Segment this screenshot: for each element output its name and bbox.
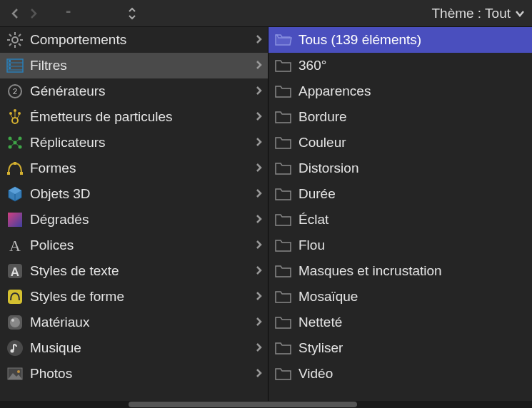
browser-columns: Comportements Filtres 2 Générateurs Émet… (0, 27, 532, 401)
subcategory-label: Tous (139 éléments) (298, 32, 526, 48)
back-button[interactable] (7, 6, 23, 21)
chevron-right-icon (256, 109, 262, 125)
horizontal-scrollbar[interactable] (0, 401, 532, 408)
subcategory-item[interactable]: Flou (268, 233, 532, 258)
category-item[interactable]: Musique (0, 335, 268, 361)
category-item[interactable]: Matériaux (0, 310, 268, 335)
svg-line-7 (9, 44, 11, 46)
chevron-right-icon (256, 238, 262, 253)
category-label: Émetteurs de particules (30, 109, 250, 125)
svg-point-19 (9, 112, 12, 115)
subcategory-item[interactable]: Netteté (268, 310, 532, 335)
subcategory-label: Vidéo (298, 366, 526, 382)
svg-rect-40 (8, 213, 22, 227)
material-icon (6, 313, 24, 332)
category-item[interactable]: Photos (0, 361, 268, 387)
category-label: Objets 3D (30, 186, 250, 202)
subcategory-item[interactable]: Distorsion (268, 155, 532, 181)
svg-text:A: A (11, 265, 19, 279)
sort-stepper[interactable] (128, 7, 136, 20)
svg-line-23 (11, 115, 13, 118)
chevron-right-icon (256, 315, 262, 330)
svg-point-18 (12, 118, 18, 123)
chevron-right-icon (256, 212, 262, 228)
subcategory-item[interactable]: Couleur (268, 130, 532, 155)
category-item[interactable]: A Polices (0, 233, 268, 258)
subcategory-label: Bordure (298, 109, 526, 125)
svg-rect-15 (9, 67, 11, 69)
category-item[interactable]: A Styles de texte (0, 258, 268, 284)
cube3d-icon (6, 185, 24, 203)
subcategory-column[interactable]: Tous (139 éléments) 360° Apparences Bord… (268, 27, 532, 401)
category-item[interactable]: Émetteurs de particules (0, 104, 268, 130)
folder-icon (274, 236, 293, 255)
chevron-right-icon (256, 340, 262, 356)
subcategory-item[interactable]: Durée (268, 181, 532, 207)
category-label: Dégradés (30, 212, 250, 228)
folder-icon (274, 108, 293, 126)
emitter-icon (6, 108, 24, 126)
subcategory-label: Durée (298, 186, 526, 202)
subcategory-item[interactable]: Bordure (268, 104, 532, 130)
category-item[interactable]: Formes (0, 155, 268, 181)
folder-icon (274, 31, 293, 49)
chevron-down-icon (515, 10, 525, 17)
replicator-icon (6, 133, 24, 152)
theme-label: Thème : Tout (431, 6, 511, 21)
folder-icon (274, 210, 293, 229)
svg-line-24 (17, 115, 19, 118)
chevron-right-icon (256, 160, 262, 176)
svg-line-32 (10, 143, 15, 147)
gradient-icon (6, 210, 24, 229)
category-item[interactable]: 2 Générateurs (0, 78, 268, 104)
folder-icon (274, 56, 293, 75)
subcategory-label: Couleur (298, 135, 526, 151)
subcategory-item[interactable]: 360° (268, 53, 532, 78)
subcategory-item[interactable]: Tous (139 éléments) (268, 27, 532, 53)
theme-dropdown[interactable]: Thème : Tout (431, 6, 525, 21)
chevron-right-icon (256, 58, 262, 73)
category-column[interactable]: Comportements Filtres 2 Générateurs Émet… (0, 27, 268, 401)
svg-line-6 (19, 44, 21, 46)
category-label: Matériaux (30, 315, 250, 330)
svg-point-52 (17, 370, 20, 373)
svg-rect-34 (7, 172, 10, 175)
textstyle-icon: A (6, 262, 24, 280)
svg-point-49 (11, 350, 14, 353)
filter-icon (6, 56, 24, 75)
subcategory-item[interactable]: Mosaïque (268, 284, 532, 310)
scrollbar-thumb[interactable] (129, 402, 357, 407)
subcategory-label: Apparences (298, 83, 526, 99)
gear-icon (6, 31, 24, 49)
category-label: Styles de forme (30, 289, 250, 305)
svg-point-47 (11, 319, 14, 322)
category-label: Comportements (30, 32, 250, 48)
category-item[interactable]: Styles de forme (0, 284, 268, 310)
chevron-right-icon (256, 83, 262, 99)
category-item[interactable]: Dégradés (0, 207, 268, 233)
folder-icon (274, 262, 293, 280)
subcategory-item[interactable]: Apparences (268, 78, 532, 104)
folder-icon (274, 364, 293, 383)
folder-icon (274, 185, 293, 203)
category-label: Générateurs (30, 83, 250, 99)
category-label: Polices (30, 238, 250, 253)
category-item[interactable]: Réplicateurs (0, 130, 268, 155)
svg-text:2: 2 (13, 87, 17, 96)
category-item[interactable]: Filtres (0, 53, 268, 78)
chevron-right-icon (256, 289, 262, 305)
svg-rect-44 (8, 290, 22, 304)
subcategory-item[interactable]: Vidéo (268, 361, 532, 387)
subcategory-item[interactable]: Styliser (268, 335, 532, 361)
category-label: Photos (30, 366, 250, 382)
svg-text:A: A (9, 237, 21, 255)
category-item[interactable]: Comportements (0, 27, 268, 53)
folder-icon (274, 287, 293, 306)
category-label: Filtres (30, 58, 250, 73)
subcategory-item[interactable]: Masques et incrustation (268, 258, 532, 284)
subcategory-label: 360° (298, 58, 526, 73)
forward-button[interactable] (26, 6, 41, 21)
category-item[interactable]: Objets 3D (0, 181, 268, 207)
subcategory-item[interactable]: Éclat (268, 207, 532, 233)
subcategory-label: Éclat (298, 212, 526, 228)
